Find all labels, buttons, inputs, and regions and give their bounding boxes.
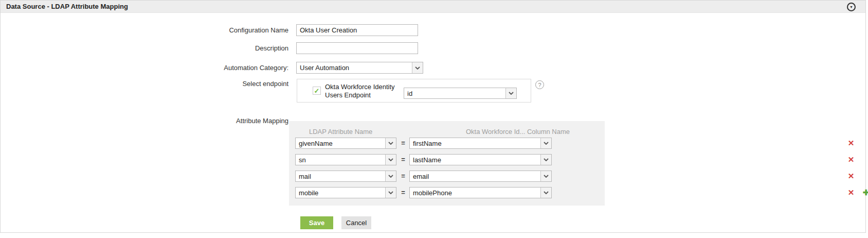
automation-category-value: User Automation [297, 62, 412, 73]
chevron-down-icon [540, 155, 551, 165]
select-endpoint-label: Select endpoint [1, 78, 288, 90]
chevron-down-icon [540, 188, 551, 198]
ldap-attribute-select[interactable]: givenName [295, 138, 396, 149]
panel-header: Data Source - LDAP Attribute Mapping ▼ [1, 1, 865, 13]
endpoint-checkbox[interactable]: ✓ [313, 87, 321, 95]
okta-column-select[interactable]: email [409, 171, 552, 182]
delete-row-button[interactable]: ✕ [846, 154, 856, 165]
chevron-down-icon [540, 138, 551, 148]
collapse-panel-button[interactable]: ▼ [847, 3, 856, 11]
delete-row-button[interactable]: ✕ [846, 171, 856, 182]
okta-column-select[interactable]: mobilePhone [409, 187, 552, 198]
okta-column-select[interactable]: lastName [409, 154, 552, 165]
okta-column-select[interactable]: firstName [409, 138, 552, 149]
attribute-mapping-panel: LDAP Attribute Name Okta Workforce Id...… [289, 121, 605, 206]
chevron-down-icon [412, 62, 423, 73]
chevron-down-icon [385, 188, 396, 198]
ldap-column-header: LDAP Attribute Name [309, 128, 372, 135]
delete-icon: ✕ [848, 188, 855, 197]
endpoint-column-select[interactable]: id [404, 88, 517, 99]
ldap-attribute-select[interactable]: mail [295, 171, 396, 182]
data-source-panel: Data Source - LDAP Attribute Mapping ▼ C… [0, 0, 866, 233]
okta-column-value: lastName [410, 155, 540, 165]
ldap-attribute-select[interactable]: sn [295, 154, 396, 165]
mapping-row: givenName = firstName ✕ [289, 138, 605, 149]
chevron-down-icon [540, 171, 551, 181]
chevron-down-icon: ▼ [849, 5, 853, 9]
ldap-attribute-value: sn [296, 155, 385, 165]
equals-sign: = [398, 138, 408, 149]
chevron-down-icon [505, 88, 516, 98]
delete-icon: ✕ [848, 139, 855, 147]
okta-column-value: mobilePhone [410, 188, 540, 198]
equals-sign: = [398, 171, 408, 182]
ldap-attribute-select[interactable]: mobile [295, 187, 396, 198]
description-label: Description [1, 42, 288, 54]
endpoint-box: ✓ Okta Workforce Identity Users Endpoint… [297, 79, 531, 103]
chevron-down-icon [385, 171, 396, 181]
mapping-row: mobile = mobilePhone ✕ ✚ [289, 187, 605, 198]
okta-column-value: firstName [410, 138, 540, 148]
save-button[interactable]: Save [300, 216, 333, 229]
automation-category-select[interactable]: User Automation [296, 62, 423, 74]
okta-column-value: email [410, 171, 540, 181]
delete-icon: ✕ [848, 172, 855, 180]
configuration-name-label: Configuration Name [1, 24, 288, 36]
cancel-button[interactable]: Cancel [341, 216, 371, 229]
delete-icon: ✕ [848, 155, 855, 164]
chevron-down-icon [385, 138, 396, 148]
delete-row-button[interactable]: ✕ [846, 138, 856, 149]
equals-sign: = [398, 187, 408, 198]
endpoint-column-value: id [404, 88, 505, 98]
attribute-mapping-label: Attribute Mapping [1, 115, 288, 127]
ldap-attribute-value: mobile [296, 188, 385, 198]
ldap-attribute-value: mail [296, 171, 385, 181]
okta-column-header: Okta Workforce Id... Column Name [466, 128, 570, 135]
description-input[interactable] [296, 42, 418, 54]
ldap-attribute-value: givenName [296, 138, 385, 148]
help-icon[interactable]: ? [535, 80, 544, 89]
endpoint-name: Okta Workforce Identity Users Endpoint [325, 83, 411, 99]
chevron-down-icon [385, 155, 396, 165]
add-row-button[interactable]: ✚ [861, 187, 868, 198]
configuration-name-input[interactable] [296, 24, 418, 36]
equals-sign: = [398, 154, 408, 165]
checkmark-icon: ✓ [314, 88, 320, 94]
add-icon: ✚ [863, 188, 868, 197]
automation-category-label: Automation Category: [1, 62, 288, 74]
delete-row-button[interactable]: ✕ [846, 187, 856, 198]
mapping-row: sn = lastName ✕ [289, 154, 605, 165]
mapping-row: mail = email ✕ [289, 171, 605, 182]
page-title: Data Source - LDAP Attribute Mapping [6, 3, 128, 10]
